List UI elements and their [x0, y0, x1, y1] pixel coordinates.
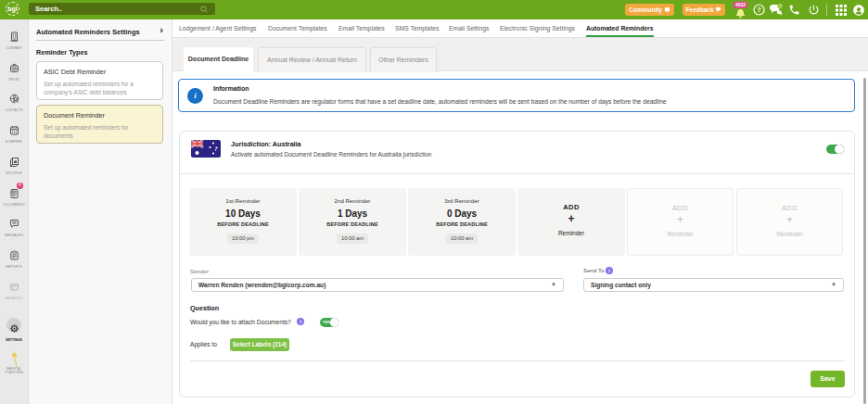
svg-text:?: ?: [757, 6, 761, 14]
svg-text:4522: 4522: [735, 2, 746, 7]
